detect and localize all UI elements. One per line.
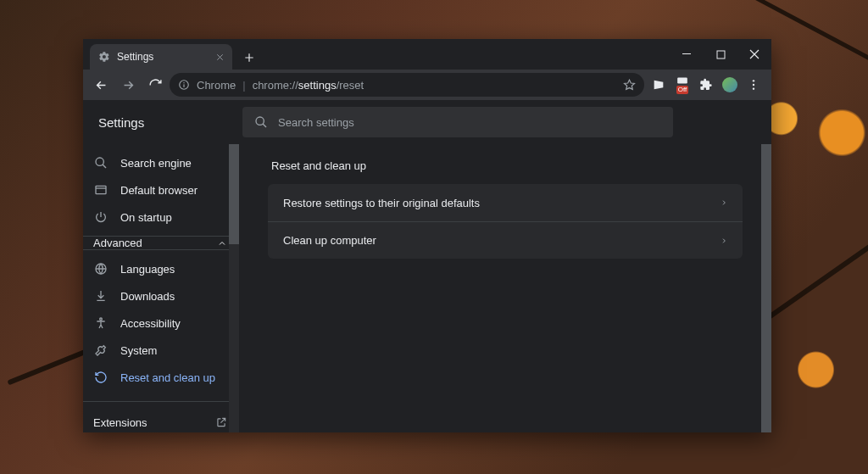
main-scroll-thumb[interactable] bbox=[761, 144, 771, 432]
svg-point-7 bbox=[753, 84, 754, 86]
sidebar-item-default-browser[interactable]: Default browser bbox=[83, 176, 239, 204]
extension-2-icon[interactable]: Off bbox=[673, 75, 692, 94]
sidebar-item-search-engine[interactable]: Search engine bbox=[83, 149, 239, 176]
sidebar-item-label: Downloads bbox=[120, 290, 175, 303]
sidebar-advanced-toggle[interactable]: Advanced bbox=[83, 236, 239, 250]
svg-point-8 bbox=[753, 87, 754, 89]
row-label: Clean up computer bbox=[283, 234, 376, 247]
svg-point-13 bbox=[100, 318, 103, 321]
tab-settings[interactable]: Settings bbox=[90, 44, 232, 70]
accessibility-icon bbox=[93, 315, 108, 331]
svg-point-6 bbox=[753, 80, 754, 81]
globe-icon bbox=[93, 261, 108, 276]
row-label: Restore settings to their original defau… bbox=[283, 197, 480, 209]
extension-icons: Off bbox=[646, 75, 766, 94]
sidebar-item-label: Reset and clean up bbox=[120, 371, 215, 384]
settings-sidebar: Search engine Default browser On startup… bbox=[83, 144, 239, 432]
extension-1-icon[interactable] bbox=[649, 75, 668, 94]
tab-title: Settings bbox=[117, 51, 153, 63]
browser-window: Settings Chrome | chrome://settings/rese… bbox=[83, 39, 771, 432]
sidebar-item-reset[interactable]: Reset and clean up bbox=[83, 364, 239, 391]
chevron-up-icon bbox=[217, 238, 227, 248]
svg-rect-4 bbox=[183, 84, 184, 87]
new-tab-button[interactable] bbox=[237, 46, 261, 70]
restore-icon bbox=[93, 370, 108, 385]
extensions-puzzle-icon[interactable] bbox=[697, 75, 715, 94]
extension-off-badge: Off bbox=[676, 86, 689, 94]
svg-point-10 bbox=[96, 158, 103, 165]
settings-search-input[interactable] bbox=[278, 116, 661, 129]
gear-icon bbox=[98, 51, 110, 63]
omnibox-url: chrome://settings/reset bbox=[253, 79, 364, 92]
sidebar-item-on-startup[interactable]: On startup bbox=[83, 204, 239, 231]
open-external-icon bbox=[215, 416, 227, 428]
sidebar-item-label: Default browser bbox=[120, 184, 198, 197]
settings-main: Reset and clean up Restore settings to t… bbox=[239, 144, 771, 432]
settings-title: Settings bbox=[98, 115, 144, 130]
window-controls bbox=[670, 39, 771, 70]
sidebar-item-downloads[interactable]: Downloads bbox=[83, 282, 239, 309]
sidebar-item-label: Accessibility bbox=[120, 317, 181, 330]
settings-header: Settings bbox=[83, 100, 771, 144]
tab-strip: Settings bbox=[83, 39, 771, 70]
svg-rect-11 bbox=[96, 186, 106, 193]
toolbar: Chrome | chrome://settings/reset Off bbox=[83, 70, 771, 100]
search-icon bbox=[254, 115, 268, 129]
close-window-button[interactable] bbox=[737, 39, 771, 70]
sidebar-item-label: System bbox=[120, 344, 157, 357]
row-clean-up[interactable]: Clean up computer bbox=[268, 221, 743, 259]
omnibox-security-label: Chrome bbox=[197, 79, 236, 92]
back-button[interactable] bbox=[88, 72, 114, 98]
maximize-button[interactable] bbox=[704, 39, 737, 70]
sidebar-item-label: Extensions bbox=[93, 416, 147, 429]
sidebar-item-accessibility[interactable]: Accessibility bbox=[83, 309, 239, 337]
row-restore-defaults[interactable]: Restore settings to their original defau… bbox=[268, 184, 743, 221]
browser-menu-icon[interactable] bbox=[744, 75, 763, 94]
sidebar-item-languages[interactable]: Languages bbox=[83, 255, 239, 282]
power-icon bbox=[93, 209, 108, 225]
site-info-icon[interactable] bbox=[178, 79, 190, 91]
minimize-button[interactable] bbox=[670, 39, 704, 70]
chevron-right-icon bbox=[721, 236, 727, 246]
sidebar-item-label: On startup bbox=[120, 211, 172, 224]
page-content: Settings Search engine Defaul bbox=[83, 100, 771, 432]
reload-button[interactable] bbox=[142, 72, 168, 98]
wrench-icon bbox=[93, 343, 108, 358]
bookmark-star-icon[interactable] bbox=[623, 79, 636, 92]
section-title: Reset and clean up bbox=[271, 159, 743, 172]
sidebar-item-extensions[interactable]: Extensions bbox=[83, 405, 239, 432]
sidebar-item-label: Languages bbox=[120, 263, 175, 276]
sidebar-item-system[interactable]: System bbox=[83, 337, 239, 364]
sidebar-scroll-thumb[interactable] bbox=[229, 144, 239, 244]
profile-avatar[interactable] bbox=[721, 75, 739, 94]
svg-point-9 bbox=[256, 117, 264, 125]
svg-rect-1 bbox=[717, 51, 725, 59]
search-icon bbox=[93, 155, 108, 170]
forward-button[interactable] bbox=[115, 72, 141, 98]
sidebar-item-label: Search engine bbox=[120, 157, 192, 170]
settings-card: Restore settings to their original defau… bbox=[268, 184, 743, 259]
svg-rect-5 bbox=[677, 77, 687, 83]
address-bar[interactable]: Chrome | chrome://settings/reset bbox=[170, 73, 644, 97]
chevron-right-icon bbox=[721, 198, 727, 208]
sidebar-advanced-label: Advanced bbox=[93, 237, 142, 249]
close-tab-icon[interactable] bbox=[214, 51, 225, 63]
browser-icon bbox=[93, 182, 108, 198]
settings-search[interactable] bbox=[242, 107, 673, 137]
svg-rect-0 bbox=[682, 53, 691, 54]
svg-point-3 bbox=[183, 82, 184, 83]
download-icon bbox=[93, 288, 108, 304]
